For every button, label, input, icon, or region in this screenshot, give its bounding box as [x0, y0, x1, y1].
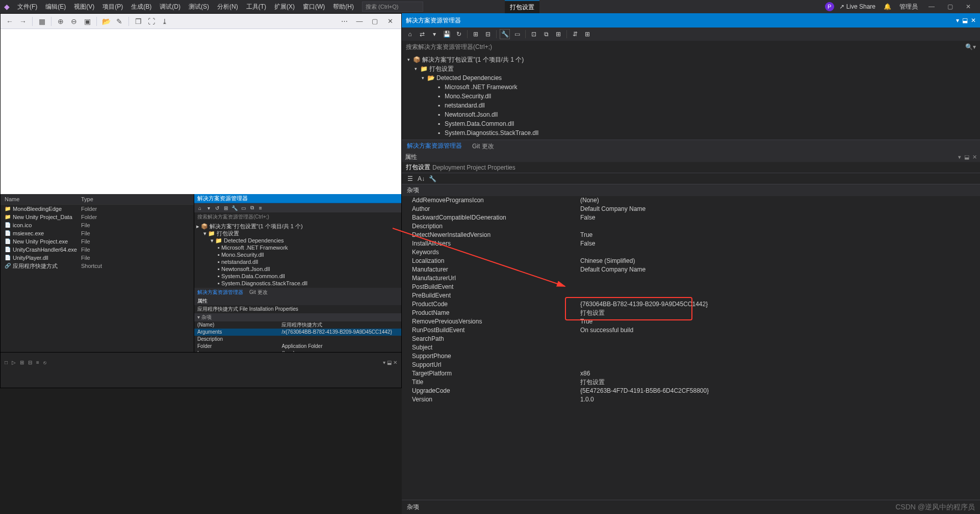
se-close-icon[interactable]: ✕ — [971, 17, 976, 24]
se-home-icon[interactable]: ⌂ — [405, 29, 415, 39]
mini-tab-git[interactable]: Git 更改 — [246, 289, 271, 296]
se-dropdown2-icon[interactable]: ▾ — [429, 29, 440, 39]
se-properties-icon[interactable]: 🔧 — [500, 29, 510, 39]
property-row[interactable]: SupportUrl — [402, 361, 980, 369]
window-max-icon[interactable]: ▢ — [941, 1, 959, 12]
menu-debug[interactable]: 调试(D) — [156, 0, 185, 13]
embed-min-icon[interactable]: — — [352, 16, 367, 26]
menu-window[interactable]: 窗口(W) — [299, 0, 329, 13]
property-row[interactable]: Keywords — [402, 248, 980, 257]
property-row[interactable]: LocalizationChinese (Simplified) — [402, 257, 980, 265]
menu-view[interactable]: 视图(V) — [70, 0, 98, 13]
property-row[interactable]: PreBuildEvent — [402, 291, 980, 300]
menu-project[interactable]: 项目(P) — [98, 0, 127, 13]
profile-avatar[interactable]: P — [825, 2, 834, 11]
property-row[interactable]: SupportPhone — [402, 352, 980, 361]
menu-test[interactable]: 测试(S) — [185, 0, 213, 13]
embed-max-icon[interactable]: ▢ — [368, 16, 382, 26]
grid-icon[interactable]: ▦ — [37, 16, 47, 26]
tree-dependency[interactable]: ▪netstandard.dll — [402, 101, 980, 110]
tab-solution-explorer[interactable]: 解决方案资源管理器 — [402, 140, 467, 153]
property-row[interactable]: DetectNewerInstalledVersionTrue — [402, 231, 980, 239]
menu-edit[interactable]: 编辑(E) — [41, 0, 70, 13]
property-row[interactable]: AddRemoveProgramsIcon(None) — [402, 196, 980, 205]
mini-se-search[interactable]: 搜索解决方案资源管理器(Ctrl+;) — [194, 212, 401, 222]
property-row[interactable]: RunPostBuildEventOn successful build — [402, 326, 980, 335]
fs-row[interactable]: 📄New Unity Project.exeFile — [1, 237, 194, 246]
property-row[interactable]: ProductName打包设置 — [402, 309, 980, 317]
mini-tab-se[interactable]: 解决方案资源管理器 — [194, 289, 246, 296]
zoom-out-icon[interactable]: ⊖ — [69, 16, 79, 26]
prop-categorized-icon[interactable]: ☰ — [406, 175, 414, 183]
property-row[interactable]: Subject — [402, 343, 980, 352]
tree-dependency[interactable]: ▪System.Data.Common.dll — [402, 119, 980, 128]
fs-row[interactable]: 📁New Unity Project_DataFolder — [1, 213, 194, 221]
se-plus-icon[interactable]: ⊞ — [582, 29, 592, 39]
property-row[interactable]: InstallAllUsersFalse — [402, 239, 980, 248]
property-row[interactable]: BackwardCompatibleIDGenerationFalse — [402, 213, 980, 222]
zoom-in-icon[interactable]: ⊕ — [56, 16, 66, 26]
copy-icon[interactable]: ❐ — [133, 16, 143, 26]
embed-more-icon[interactable]: ⋯ — [337, 16, 351, 26]
notifications-icon[interactable]: 🔔 — [881, 3, 894, 10]
menu-extensions[interactable]: 扩展(X) — [270, 0, 299, 13]
property-row[interactable]: ManufacturerUrl — [402, 274, 980, 283]
folder-open-icon[interactable]: 📂 — [101, 16, 111, 26]
mini-property-row[interactable]: FolderApplication Folder — [194, 343, 401, 350]
mini-home-icon[interactable]: ⌂ — [196, 204, 203, 211]
document-tab[interactable]: 打包设置 — [505, 0, 539, 14]
tree-solution[interactable]: ▾📦解决方案"打包设置"(1 个项目/共 1 个) — [402, 55, 980, 64]
tree-dependency[interactable]: ▪Microsoft .NET Framework — [402, 83, 980, 92]
window-min-icon[interactable]: — — [923, 1, 940, 12]
se-collapse-icon[interactable]: ⊟ — [483, 29, 493, 39]
fs-row[interactable]: 📄UnityCrashHandler64.exeFile — [1, 246, 194, 254]
tree-dependency[interactable]: ▪Mono.Security.dll — [402, 92, 980, 101]
fullscreen-icon[interactable]: ⛶ — [146, 16, 157, 26]
embed-close-icon[interactable]: ✕ — [383, 16, 397, 26]
se-dropdown-icon[interactable]: ▾ — [956, 17, 959, 24]
se-pin-icon[interactable]: ⬓ — [962, 17, 968, 24]
se-save-icon[interactable]: 💾 — [442, 29, 452, 39]
se-view3-icon[interactable]: ⊞ — [553, 29, 563, 39]
menu-tools[interactable]: 工具(T) — [242, 0, 270, 13]
property-category[interactable]: 杂项 — [402, 184, 980, 196]
property-row[interactable]: ProductCode{763064BB-B782-4139-B209-9A9D… — [402, 300, 980, 309]
tree-dependency[interactable]: ▪Newtonsoft.Json.dll — [402, 110, 980, 119]
mini-property-row[interactable]: Description — [194, 336, 401, 343]
fs-row[interactable]: 📄icon.icoFile — [1, 221, 194, 229]
se-view2-icon[interactable]: ⧉ — [541, 29, 551, 39]
property-row[interactable]: Description — [402, 222, 980, 231]
fs-row[interactable]: 📄UnityPlayer.dllFile — [1, 254, 194, 262]
se-diff-icon[interactable]: ⇵ — [570, 29, 580, 39]
prop-pin-icon[interactable]: ⬓ — [964, 154, 969, 160]
menu-file[interactable]: 文件(F) — [13, 0, 41, 13]
edit-icon[interactable]: ✎ — [114, 16, 124, 26]
property-row[interactable]: AuthorDefault Company Name — [402, 205, 980, 213]
nav-forward-icon[interactable]: → — [18, 16, 28, 26]
prop-alpha-icon[interactable]: A↓ — [417, 175, 425, 183]
embed-footer-pin-icon[interactable]: ▾ ⬓ ✕ — [383, 360, 397, 365]
property-row[interactable]: RemovePreviousVersionsTrue — [402, 317, 980, 326]
fs-row[interactable]: 📄msiexec.exeFile — [1, 229, 194, 237]
solution-explorer-search[interactable]: 搜索解决方案资源管理器(Ctrl+;) 🔍▾ — [402, 41, 980, 53]
menu-analyze[interactable]: 分析(N) — [213, 0, 242, 13]
property-row[interactable]: ManufacturerDefault Company Name — [402, 265, 980, 274]
fs-row[interactable]: 🔗应用程序快捷方式Shortcut — [1, 262, 194, 270]
menu-build[interactable]: 生成(B) — [127, 0, 156, 13]
prop-dropdown-icon[interactable]: ▾ — [958, 154, 961, 160]
tree-project[interactable]: ▾📁打包设置 — [402, 64, 980, 73]
menu-help[interactable]: 帮助(H) — [329, 0, 358, 13]
nav-back-icon[interactable]: ← — [5, 16, 15, 26]
window-close-icon[interactable]: ✕ — [960, 1, 977, 12]
property-row[interactable]: TargetPlatformx86 — [402, 369, 980, 378]
export-icon[interactable]: ⤓ — [160, 16, 170, 26]
search-box[interactable]: 搜索 (Ctrl+Q) — [362, 2, 423, 12]
se-view1-icon[interactable]: ⊡ — [529, 29, 539, 39]
property-row[interactable]: Title打包设置 — [402, 378, 980, 387]
property-row[interactable]: Version1.0.0 — [402, 395, 980, 404]
mini-property-row[interactable]: (Name)应用程序快捷方式 — [194, 321, 401, 329]
tree-dependency[interactable]: ▪System.Diagnostics.StackTrace.dll — [402, 128, 980, 138]
fs-row[interactable]: 📁MonoBleedingEdgeFolder — [1, 205, 194, 213]
prop-events-icon[interactable]: 🔧 — [428, 175, 436, 183]
se-refresh-icon[interactable]: ↻ — [454, 29, 464, 39]
